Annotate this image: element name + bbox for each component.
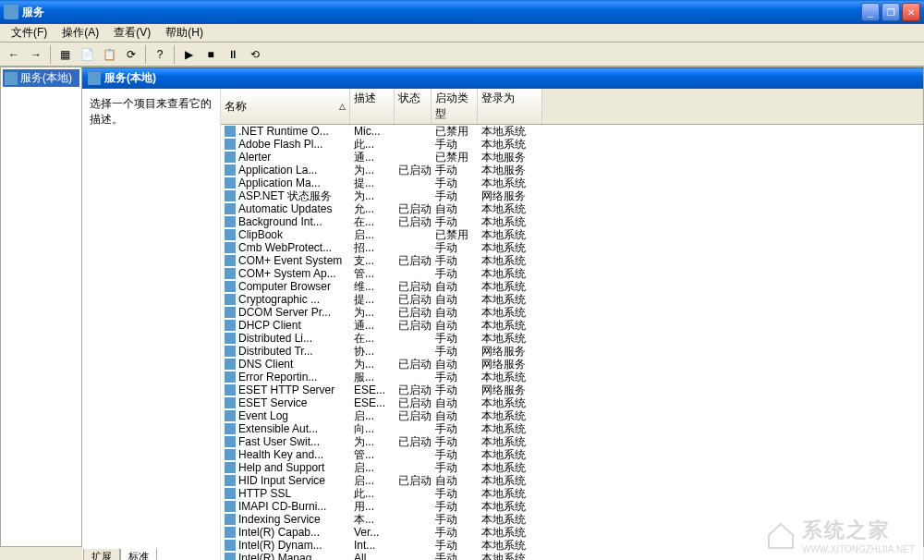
service-start: 自动	[432, 358, 478, 371]
service-row[interactable]: Distributed Li...在...手动本地系统	[221, 332, 923, 345]
service-icon	[225, 229, 236, 240]
service-logon: 本地系统	[478, 552, 542, 560]
service-status: 已启动	[395, 358, 432, 371]
service-name: DNS Client	[238, 358, 293, 371]
service-start: 手动	[432, 526, 478, 539]
show-hide-tree-button[interactable]: ▦	[55, 44, 75, 65]
tab-standard[interactable]: 标准	[120, 549, 157, 560]
service-name: Event Log	[238, 409, 288, 422]
col-logon[interactable]: 登录为	[478, 89, 542, 124]
tab-extended[interactable]: 扩展	[83, 549, 120, 560]
pane-header-label: 服务(本地)	[104, 70, 156, 86]
service-row[interactable]: DNS Client为...已启动自动网络服务	[221, 358, 923, 371]
service-status	[395, 189, 432, 202]
service-row[interactable]: Help and Support启...手动本地系统	[221, 461, 923, 474]
service-row[interactable]: Computer Browser维...已启动自动本地系统	[221, 280, 923, 293]
service-start: 自动	[432, 396, 478, 409]
service-desc: 提...	[350, 293, 395, 306]
service-row[interactable]: DHCP Client通...已启动自动本地系统	[221, 319, 923, 332]
service-row[interactable]: DCOM Server Pr...为...已启动自动本地系统	[221, 306, 923, 319]
service-row[interactable]: Adobe Flash Pl...此...手动本地系统	[221, 138, 923, 151]
col-name[interactable]: 名称△	[221, 89, 350, 124]
start-service-button[interactable]: ▶	[178, 44, 199, 65]
service-status: 已启动	[395, 435, 432, 448]
col-status[interactable]: 状态	[395, 89, 432, 124]
app-icon	[4, 5, 18, 19]
col-desc[interactable]: 描述	[350, 89, 395, 124]
service-desc: ESE...	[350, 396, 395, 409]
service-status: 已启动	[395, 254, 432, 267]
service-logon: 本地系统	[478, 241, 542, 254]
list-pane[interactable]: 名称△ 描述 状态 启动类型 登录为 .NET Runtime O...Mic.…	[221, 89, 923, 560]
service-name: Health Key and...	[238, 448, 323, 461]
service-name: Distributed Li...	[238, 332, 312, 345]
tree-root-services[interactable]: 服务(本地)	[3, 69, 79, 87]
maximize-button[interactable]: ❐	[881, 3, 900, 21]
service-logon: 网络服务	[478, 345, 542, 358]
service-start: 已禁用	[432, 228, 478, 241]
service-row[interactable]: Indexing Service本...手动本地系统	[221, 513, 923, 526]
properties-button[interactable]: 📄	[77, 44, 97, 65]
service-status	[395, 487, 432, 500]
menubar: 文件(F) 操作(A) 查看(V) 帮助(H)	[0, 24, 924, 43]
service-row[interactable]: Distributed Tr...协...手动网络服务	[221, 345, 923, 358]
service-row[interactable]: Cmb WebProtect...招...手动本地系统	[221, 241, 923, 254]
service-start: 手动	[432, 500, 478, 513]
menu-action[interactable]: 操作(A)	[55, 23, 106, 43]
service-row[interactable]: Intel(R) Capab...Ver...手动本地系统	[221, 526, 923, 539]
service-row[interactable]: ClipBook启...已禁用本地系统	[221, 228, 923, 241]
service-desc: 本...	[350, 513, 395, 526]
refresh-button[interactable]: ⟳	[121, 44, 141, 65]
service-name: Intel(R) Dynam...	[238, 539, 322, 552]
forward-button[interactable]: →	[26, 44, 46, 65]
service-row[interactable]: Application La...为...已启动手动本地服务	[221, 164, 923, 177]
export-button[interactable]: 📋	[99, 44, 119, 65]
service-row[interactable]: Extensible Aut...向...手动本地系统	[221, 422, 923, 435]
service-row[interactable]: Fast User Swit...为...已启动手动本地系统	[221, 435, 923, 448]
service-status	[395, 422, 432, 435]
service-row[interactable]: HTTP SSL此...手动本地系统	[221, 487, 923, 500]
service-icon	[225, 177, 236, 189]
service-row[interactable]: Event Log启...已启动自动本地系统	[221, 409, 923, 422]
service-row[interactable]: IMAPI CD-Burni...用...手动本地系统	[221, 500, 923, 513]
service-row[interactable]: Cryptographic ...提...已启动自动本地系统	[221, 293, 923, 306]
help-button[interactable]: ?	[150, 44, 170, 65]
service-start: 手动	[432, 189, 478, 202]
back-button[interactable]: ←	[4, 44, 24, 65]
service-row[interactable]: ESET HTTP ServerESE...已启动手动网络服务	[221, 383, 923, 396]
service-row[interactable]: Automatic Updates允...已启动自动本地系统	[221, 202, 923, 215]
menu-file[interactable]: 文件(F)	[4, 23, 55, 43]
service-logon: 本地系统	[478, 215, 542, 228]
service-start: 手动	[432, 422, 478, 435]
restart-service-button[interactable]: ⟲	[245, 44, 265, 65]
service-status	[395, 500, 432, 513]
service-row[interactable]: COM+ Event System支...已启动手动本地系统	[221, 254, 923, 267]
service-row[interactable]: ASP.NET 状态服务为...手动网络服务	[221, 189, 923, 202]
close-button[interactable]: ✕	[902, 3, 920, 21]
service-logon: 本地系统	[478, 332, 542, 345]
service-icon	[225, 359, 236, 370]
pause-service-button[interactable]: ⏸	[223, 44, 243, 65]
service-status	[395, 539, 432, 552]
stop-service-button[interactable]: ■	[201, 44, 221, 65]
service-row[interactable]: Intel(R) Dynam...Int...手动本地系统	[221, 539, 923, 552]
service-row[interactable]: ESET ServiceESE...已启动自动本地系统	[221, 396, 923, 409]
service-row[interactable]: .NET Runtime O...Mic...已禁用本地系统	[221, 125, 923, 138]
service-start: 自动	[432, 474, 478, 487]
service-row[interactable]: Intel(R) Manag...All...手动本地系统	[221, 552, 923, 560]
service-row[interactable]: COM+ System Ap...管...手动本地系统	[221, 267, 923, 280]
service-row[interactable]: Application Ma...提...手动本地系统	[221, 177, 923, 189]
menu-help[interactable]: 帮助(H)	[158, 23, 211, 43]
service-row[interactable]: Background Int...在...已启动手动本地系统	[221, 215, 923, 228]
service-row[interactable]: Alerter通...已禁用本地服务	[221, 151, 923, 164]
service-logon: 本地系统	[478, 125, 542, 138]
service-name: Computer Browser	[238, 280, 331, 293]
service-row[interactable]: Error Reportin...服...手动本地系统	[221, 371, 923, 383]
service-icon	[225, 553, 236, 560]
col-start[interactable]: 启动类型	[432, 89, 478, 124]
service-row[interactable]: HID Input Service启...已启动自动本地系统	[221, 474, 923, 487]
service-row[interactable]: Health Key and...管...手动本地系统	[221, 448, 923, 461]
menu-view[interactable]: 查看(V)	[106, 23, 158, 43]
minimize-button[interactable]: _	[861, 3, 880, 21]
service-logon: 本地系统	[478, 500, 542, 513]
